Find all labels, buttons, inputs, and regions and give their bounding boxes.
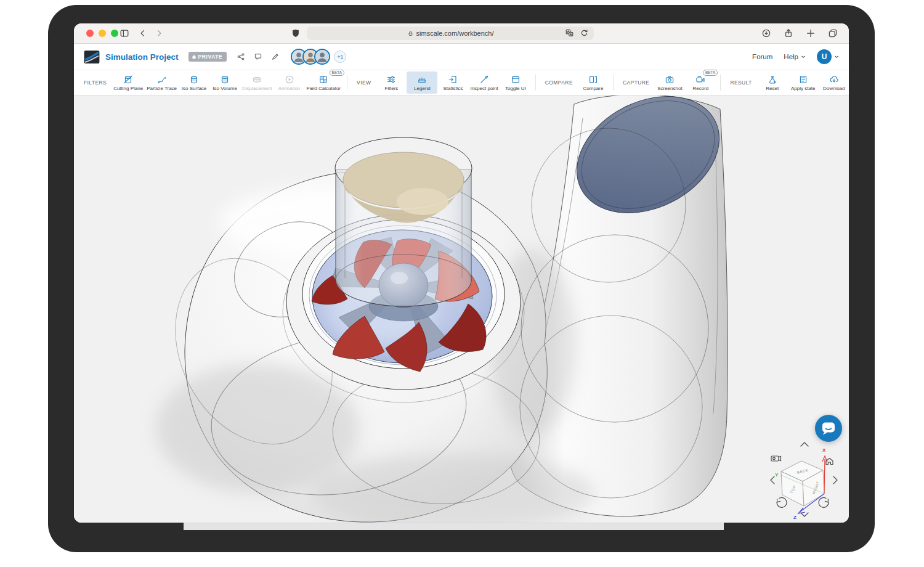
collaborator-avatars: +1 [291,49,346,65]
view-cube-widget[interactable]: Y BACK TOP RIGHT X Z [756,436,849,523]
toolbar-item-label: Cutting Plane [113,86,143,91]
toolbar-item-screenshot[interactable]: Screenshot [654,71,685,94]
toolbar-item-label: Reset [766,86,779,91]
toolbar-item-cutting-plane[interactable]: Cutting Plane [111,71,145,94]
toolbar-item-statistics[interactable]: Statistics [437,71,468,94]
toolbar-group-result: RESULT Reset Apply state Download Share [725,70,849,95]
record-icon [695,75,705,84]
particle-trace-icon [157,75,167,84]
cutting-plane-icon [123,75,133,84]
field-calculator-icon [318,75,328,84]
apply-state-icon [798,75,808,84]
downloads-icon[interactable] [761,28,771,38]
lock-icon [407,30,414,37]
reload-icon[interactable] [580,28,589,38]
rotate-ccw-button[interactable] [777,497,787,507]
toolbar-item-label: Toggle UI [505,86,526,91]
help-menu[interactable]: Help [784,53,806,60]
toolbar-item-field-calculator[interactable]: BETA Field Calculator [305,71,343,94]
beta-badge: BETA [330,70,345,76]
privacy-badge: PRIVATE [188,52,227,62]
back-icon[interactable] [138,28,148,38]
forum-link[interactable]: Forum [752,53,772,60]
reset-icon [768,75,777,84]
user-menu[interactable]: U [817,49,839,64]
legend-icon [417,75,427,84]
toolbar-item-filters[interactable]: Filters [376,71,407,94]
comment-icon[interactable] [254,52,262,61]
toolbar-item-particle-trace[interactable]: Particle Trace [145,71,179,94]
rotate-cw-button[interactable] [819,497,829,507]
collaborators-overflow-badge[interactable]: +1 [334,51,346,63]
share-project-icon[interactable] [237,52,245,61]
project-actions [237,52,280,61]
toolbar-group-compare: COMPARE Compare [540,70,609,95]
toolbar-item-label: Inspect point [470,86,498,91]
toolbar-item-iso-surface[interactable]: Iso Surface [179,71,209,94]
toolbar-item-label: Filters [385,86,399,91]
toolbar-group-filters: FILTERS Cutting Plane Particle Trace Iso… [79,70,342,95]
minimize-window-button[interactable] [99,30,106,37]
toolbar-item-download[interactable]: Download [819,71,849,94]
toolbar-item-label: Field Calculator [307,86,341,91]
compare-icon [588,75,598,84]
tab-overview-icon[interactable] [828,28,838,38]
toolbar-group-view: VIEW Filters Legend Statistics Inspect p… [352,70,531,95]
toolbar-item-iso-volume[interactable]: Iso Volume [209,71,240,94]
download-icon [829,75,839,84]
toolbar-item-label: Displacement [242,86,272,91]
toolbar-divider [347,75,347,91]
filters-icon [386,75,396,84]
toolbar-item-label: Statistics [443,86,463,91]
sidebar-toggle-icon[interactable] [120,28,129,38]
toolbar-item-label: Download [823,86,845,91]
toolbar-item-reset[interactable]: Reset [757,71,788,94]
toolbar-item-label: Animation [278,86,301,91]
inlet-opening-highlight [397,188,448,215]
edit-icon[interactable] [271,52,280,61]
workbench-toolbar: FILTERS Cutting Plane Particle Trace Iso… [74,70,849,96]
toolbar-item-displacement: Displacement [240,71,274,94]
toolbar-group-label: CAPTURE [623,80,649,86]
avatar[interactable] [314,49,330,65]
statistics-icon [448,75,458,84]
toolbar-item-label: Compare [583,86,604,91]
orbit-left-button[interactable] [771,476,774,484]
zoom-window-button[interactable] [111,30,118,37]
chevron-down-icon [834,54,839,59]
iso-volume-icon [220,75,230,84]
new-tab-icon[interactable] [806,28,816,38]
orbit-down-button[interactable] [801,513,808,516]
project-title: Simulation Project [105,52,179,62]
inspect-point-icon [479,75,489,84]
toolbar-group-label: COMPARE [545,80,573,86]
translate-icon[interactable] [565,28,574,38]
toolbar-group-label: RESULT [730,80,752,86]
browser-window: simscale.com/workbench/ [74,23,849,523]
orbit-right-button[interactable] [833,476,837,484]
viewport-3d[interactable]: Y BACK TOP RIGHT X Z [74,96,849,523]
toolbar-group-capture: CAPTURE Screenshot BETA Record [618,70,716,95]
toolbar-item-label: Record [692,86,708,91]
address-bar[interactable]: simscale.com/workbench/ [307,27,594,40]
window-controls [86,30,118,37]
toolbar-item-compare[interactable]: Compare [578,71,609,94]
screenshot-icon [665,75,675,84]
pump-model[interactable] [74,96,849,523]
forward-icon[interactable] [154,28,164,38]
toolbar-item-legend[interactable]: Legend [407,71,437,94]
toolbar-item-label: Iso Volume [213,86,237,91]
privacy-shield-icon[interactable] [291,28,301,38]
inlet-pipe[interactable] [335,137,472,306]
toolbar-item-inspect-point[interactable]: Inspect point [468,71,500,94]
camera-projection-icon[interactable] [771,456,781,461]
orbit-up-button[interactable] [801,443,808,446]
svg-text:Y: Y [775,472,779,478]
toolbar-item-record[interactable]: BETA Record [685,71,716,94]
close-window-button[interactable] [86,30,94,37]
url-text: simscale.com/workbench/ [416,30,494,37]
toolbar-item-apply-state[interactable]: Apply state [788,71,819,94]
toolbar-item-toggle-ui[interactable]: Toggle UI [500,71,531,94]
toolbar-divider [535,75,536,91]
browser-share-icon[interactable] [784,28,793,38]
